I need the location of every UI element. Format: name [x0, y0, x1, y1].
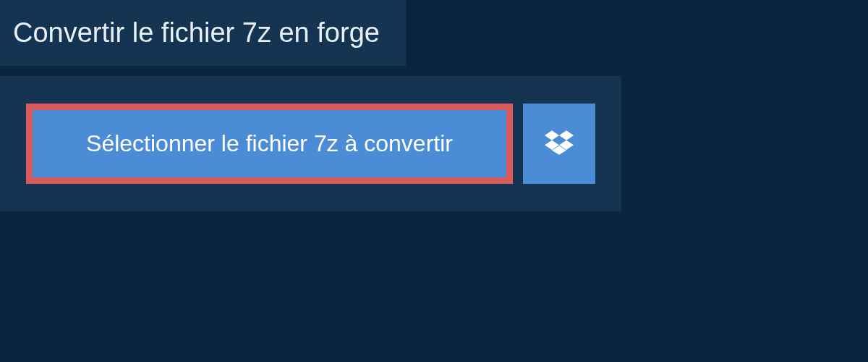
- dropbox-icon: [545, 128, 574, 159]
- page-title-text: Convertir le fichier 7z en forge: [13, 17, 380, 48]
- dropbox-button[interactable]: [523, 104, 595, 184]
- select-file-label: Sélectionner le fichier 7z à convertir: [86, 130, 453, 157]
- button-row: Sélectionner le fichier 7z à convertir: [26, 104, 595, 184]
- page-title-tab: Convertir le fichier 7z en forge: [0, 0, 406, 66]
- upload-panel: Sélectionner le fichier 7z à convertir: [0, 76, 621, 211]
- select-file-button[interactable]: Sélectionner le fichier 7z à convertir: [26, 104, 513, 184]
